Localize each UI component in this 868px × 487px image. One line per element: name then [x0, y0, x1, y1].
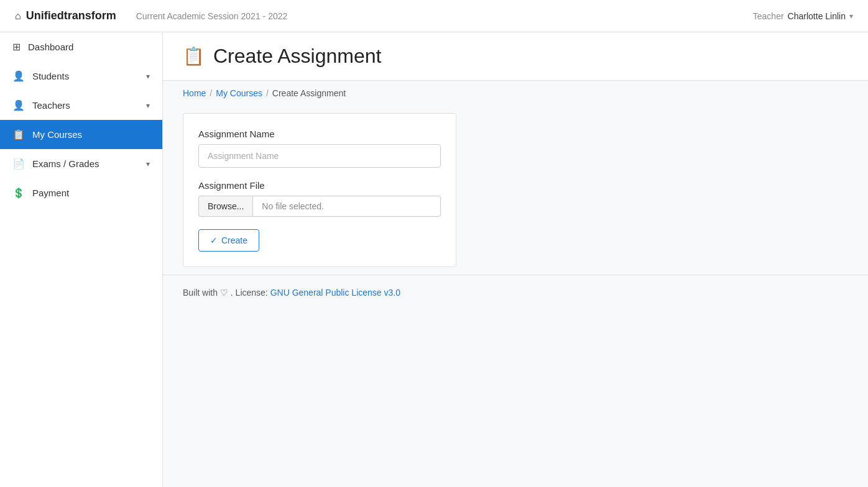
sidebar-item-exams-grades[interactable]: 📄 Exams / Grades ▾ [0, 149, 162, 178]
breadcrumb-separator: / [210, 88, 212, 98]
sidebar-item-dashboard[interactable]: ⊞ Dashboard [0, 32, 162, 61]
user-menu[interactable]: Teacher Charlotte Linlin ▾ [753, 11, 853, 21]
page-icon: 📋 [183, 46, 205, 66]
chevron-right-icon: ▾ [146, 101, 150, 110]
teachers-icon: 👤 [12, 99, 25, 111]
file-name-display: No file selected. [252, 196, 441, 217]
payment-icon: 💲 [12, 187, 25, 199]
students-icon: 👤 [12, 70, 25, 82]
brand-name: Unifiedtransform [26, 9, 116, 22]
chevron-down-icon: ▾ [849, 12, 853, 20]
assignment-name-input[interactable] [198, 144, 441, 168]
session-label: Current Academic Session 2021 - 2022 [136, 11, 288, 21]
user-name: Charlotte Linlin [788, 11, 846, 21]
assignment-name-label: Assignment Name [198, 129, 441, 139]
sidebar: ⊞ Dashboard 👤 Students ▾ 👤 Teachers ▾ 📋 … [0, 32, 163, 487]
browse-button[interactable]: Browse... [198, 196, 252, 217]
sidebar-item-label: Students [32, 71, 69, 81]
create-assignment-form: Assignment Name Assignment File Browse..… [183, 113, 456, 267]
user-role: Teacher [753, 11, 784, 21]
check-icon: ✓ [210, 235, 218, 245]
my-courses-icon: 📋 [12, 129, 25, 140]
top-navigation: ⌂ Unifiedtransform Current Academic Sess… [0, 0, 868, 32]
sidebar-item-payment[interactable]: 💲 Payment [0, 178, 162, 207]
breadcrumb-my-courses[interactable]: My Courses [216, 88, 262, 98]
sidebar-item-my-courses[interactable]: 📋 My Courses [0, 120, 162, 149]
sidebar-item-label: Dashboard [28, 42, 73, 52]
sidebar-item-label: My Courses [32, 129, 82, 140]
sidebar-item-teachers[interactable]: 👤 Teachers ▾ [0, 91, 162, 120]
breadcrumb-separator: / [266, 88, 269, 98]
file-input-wrapper: Browse... No file selected. [198, 196, 441, 217]
breadcrumb: Home / My Courses / Create Assignment [163, 81, 868, 106]
chevron-right-icon: ▾ [146, 72, 150, 81]
assignment-name-group: Assignment Name [198, 129, 441, 168]
assignment-file-label: Assignment File [198, 180, 441, 191]
exams-grades-icon: 📄 [12, 158, 25, 170]
brand-logo[interactable]: ⌂ Unifiedtransform [15, 9, 116, 22]
footer-built-with: Built with [183, 288, 218, 298]
dashboard-icon: ⊞ [12, 41, 21, 53]
sidebar-item-label: Teachers [32, 100, 70, 111]
license-link[interactable]: GNU General Public License v3.0 [270, 288, 400, 298]
create-button-label: Create [221, 235, 247, 245]
chevron-right-icon: ▾ [146, 160, 150, 168]
sidebar-item-students[interactable]: 👤 Students ▾ [0, 61, 162, 91]
sidebar-item-label: Payment [32, 188, 69, 198]
footer-license-text: . License: [231, 288, 268, 298]
page-title: Create Assignment [213, 45, 381, 68]
heart-icon: ♡ [220, 288, 228, 298]
main-content: 📋 Create Assignment Home / My Courses / … [163, 32, 868, 487]
breadcrumb-home[interactable]: Home [183, 88, 206, 98]
breadcrumb-current: Create Assignment [272, 88, 346, 98]
assignment-file-group: Assignment File Browse... No file select… [198, 180, 441, 217]
footer: Built with ♡ . License: GNU General Publ… [163, 275, 868, 310]
create-button[interactable]: ✓ Create [198, 229, 259, 252]
home-icon: ⌂ [15, 11, 21, 22]
sidebar-item-label: Exams / Grades [32, 158, 99, 169]
page-header: 📋 Create Assignment [163, 32, 868, 81]
